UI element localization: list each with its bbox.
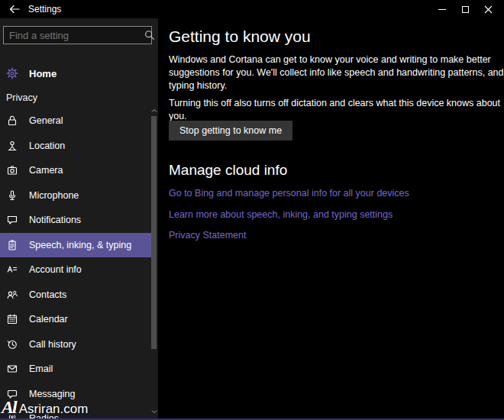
sidebar-item-calendar[interactable]: Calendar — [0, 307, 152, 332]
description-paragraph-1: Windows and Cortana can get to know your… — [169, 53, 504, 92]
window-title: Settings — [28, 4, 61, 15]
sidebar-item-email[interactable]: Email — [0, 357, 152, 382]
close-icon — [484, 5, 493, 14]
call-history-icon — [6, 338, 18, 351]
chevron-down-icon — [151, 409, 157, 414]
window-controls — [431, 0, 499, 18]
search-input[interactable] — [4, 30, 144, 41]
contacts-icon — [6, 289, 18, 301]
back-arrow-icon — [8, 3, 21, 15]
bing-manage-personal-info-link[interactable]: Go to Bing and manage personal info for … — [169, 188, 409, 199]
scrollbar-up-arrow[interactable] — [151, 108, 157, 115]
privacy-nav: General Location Camera — [0, 108, 158, 420]
sidebar-item-speech-inking-typing[interactable]: Speech, inking, & typing — [0, 233, 152, 258]
description-paragraph-2: Turning this off also turns off dictatio… — [169, 97, 504, 123]
sidebar-scrollbar[interactable] — [151, 90, 157, 417]
camera-icon — [6, 164, 18, 176]
scrollbar-down-arrow[interactable] — [151, 409, 157, 415]
sidebar: Home Privacy General Location — [0, 18, 158, 418]
clipboard-pen-icon — [6, 239, 18, 251]
close-button[interactable] — [477, 0, 499, 18]
watermark-site: Asriran.com — [19, 402, 89, 417]
calendar-icon — [6, 313, 18, 325]
manage-cloud-info-heading: Manage cloud info — [169, 162, 287, 179]
maximize-icon — [462, 6, 469, 13]
sidebar-item-call-history[interactable]: Call history — [0, 332, 152, 357]
privacy-statement-link[interactable]: Privacy Statement — [169, 230, 246, 241]
watermark: Al Asriran.com — [2, 397, 88, 418]
sidebar-item-account-info[interactable]: Account info — [0, 257, 152, 283]
gear-icon — [6, 67, 18, 79]
location-icon — [6, 140, 18, 152]
settings-window: Settings — [0, 0, 504, 420]
search-box[interactable] — [3, 26, 152, 44]
sidebar-item-contacts[interactable]: Contacts — [0, 283, 152, 308]
scrollbar-thumb[interactable] — [151, 116, 157, 349]
stop-getting-to-know-me-button[interactable]: Stop getting to know me — [169, 121, 292, 141]
search-icon[interactable] — [144, 29, 156, 41]
sidebar-item-general[interactable]: General — [0, 108, 152, 134]
watermark-logo: Al — [2, 397, 16, 418]
page-heading: Getting to know you — [169, 27, 311, 46]
notification-bubble-icon — [6, 214, 18, 226]
account-info-icon — [6, 263, 18, 276]
maximize-button[interactable] — [454, 0, 477, 18]
sidebar-item-microphone[interactable]: Microphone — [0, 183, 152, 208]
email-icon — [6, 363, 18, 375]
microphone-icon — [6, 189, 18, 202]
minimize-icon — [438, 9, 446, 10]
chevron-up-icon — [151, 108, 157, 113]
sidebar-item-camera[interactable]: Camera — [0, 158, 152, 183]
privacy-section-label: Privacy — [6, 92, 37, 103]
sidebar-item-home[interactable]: Home — [0, 63, 152, 84]
sidebar-item-location[interactable]: Location — [0, 134, 152, 159]
minimize-button[interactable] — [431, 0, 454, 18]
home-label: Home — [29, 68, 57, 79]
sidebar-item-notifications[interactable]: Notifications — [0, 208, 152, 233]
back-button[interactable] — [6, 2, 23, 16]
titlebar: Settings — [0, 0, 504, 18]
main-content: Getting to know you Windows and Cortana … — [158, 18, 504, 418]
learn-more-speech-link[interactable]: Learn more about speech, inking, and typ… — [169, 209, 393, 220]
lock-icon — [6, 115, 18, 127]
